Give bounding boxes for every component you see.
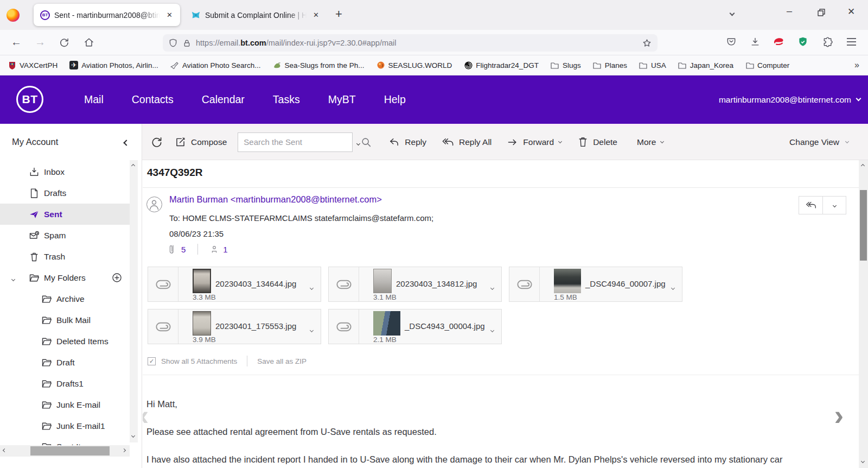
message-vertical-scrollbar[interactable] xyxy=(859,160,868,468)
search-input[interactable] xyxy=(238,137,352,147)
scroll-right-icon[interactable] xyxy=(122,448,126,452)
attachment-menu-icon[interactable] xyxy=(491,324,494,334)
scroll-up-icon[interactable] xyxy=(131,164,135,168)
scroll-up-icon[interactable] xyxy=(861,164,865,168)
scroll-left-icon[interactable] xyxy=(3,448,7,452)
back-icon[interactable]: ← xyxy=(11,36,22,48)
sidebar-folder-junk-email1[interactable]: Junk E-mail1 xyxy=(0,415,130,437)
search-box[interactable] xyxy=(238,132,353,152)
account-menu[interactable]: martinburman2008@btinternet.com xyxy=(719,75,860,124)
attachment-menu-icon[interactable] xyxy=(672,282,674,292)
email-from[interactable]: Martin Burman <martinburman2008@btintern… xyxy=(169,194,382,205)
attachment-count[interactable]: 5 xyxy=(181,245,186,254)
nav-mail[interactable]: Mail xyxy=(84,93,104,106)
show-all-label[interactable]: Show all 5 Attachments xyxy=(161,357,237,365)
show-all-checkbox[interactable]: ✓ xyxy=(148,357,156,365)
nav-calendar[interactable]: Calendar xyxy=(202,93,245,106)
sidebar-item-my-folders[interactable]: My Folders xyxy=(0,267,130,288)
close-button[interactable]: ✕ xyxy=(847,6,855,17)
change-view-button[interactable]: Change View xyxy=(789,137,848,147)
menu-hamburger-icon[interactable] xyxy=(846,37,857,46)
bookmark-vaxcertph[interactable]: VAXCertPH xyxy=(8,61,58,69)
sidebar-folder-junk-email[interactable]: Junk E-mail xyxy=(0,394,130,415)
tracking-shield-icon[interactable] xyxy=(168,38,178,48)
attachment-card[interactable]: 20230403_134812.jpg 3.1 MB xyxy=(328,267,502,302)
restore-button[interactable] xyxy=(818,9,825,16)
sidebar-folder-drafts1[interactable]: Drafts1 xyxy=(0,373,130,394)
nav-help[interactable]: Help xyxy=(384,93,406,106)
nav-tasks[interactable]: Tasks xyxy=(273,93,300,106)
more-button[interactable]: More xyxy=(637,137,663,147)
scrollbar-thumb[interactable] xyxy=(30,446,110,456)
list-all-tabs-icon[interactable] xyxy=(730,8,734,17)
attachment-card[interactable]: _DSC4943_00004.jpg 2.1 MB xyxy=(328,309,502,344)
vpn-extension-icon[interactable] xyxy=(773,36,784,48)
tab-complaint[interactable]: Submit a Complaint Online | His ✕ xyxy=(184,4,327,26)
url-bar[interactable]: https://email.bt.com/mail/index-rui.jsp?… xyxy=(163,34,658,52)
reload-icon[interactable] xyxy=(59,37,69,48)
sidebar-item-spam[interactable]: Spam xyxy=(0,225,130,246)
recipient-count[interactable]: 1 xyxy=(223,245,227,254)
attachment-menu-icon[interactable] xyxy=(491,282,494,292)
sidebar-vertical-scrollbar[interactable] xyxy=(130,160,138,442)
bookmark-folder-japan-korea[interactable]: Japan_Korea xyxy=(678,61,733,69)
previous-message-icon[interactable]: ‹ xyxy=(143,399,149,432)
add-folder-icon[interactable] xyxy=(112,273,122,283)
lock-icon[interactable] xyxy=(182,39,192,48)
bookmark-star-icon[interactable] xyxy=(642,38,652,48)
bookmark-sea-slugs[interactable]: Sea-Slugs from the Ph... xyxy=(272,61,364,69)
tab-bt-mail[interactable]: BT Sent - martinburman2008@btin ✕ xyxy=(34,4,180,26)
delete-button[interactable]: Delete xyxy=(578,136,617,148)
forward-icon[interactable]: → xyxy=(35,36,46,48)
search-submit-icon[interactable] xyxy=(360,136,372,148)
url-text[interactable]: https://email.bt.com/mail/index-rui.jsp?… xyxy=(196,39,637,47)
forward-dropdown-icon[interactable] xyxy=(558,139,562,143)
sidebar-item-inbox[interactable]: Inbox xyxy=(0,161,130,182)
nav-contacts[interactable]: Contacts xyxy=(132,93,174,106)
firefox-icon[interactable] xyxy=(7,9,20,22)
bookmark-folder-planes[interactable]: Planes xyxy=(593,61,627,69)
bookmark-aviation-photos[interactable]: ✈ Aviation Photos, Airlin... xyxy=(69,61,158,69)
sidebar-folder-deleted-items[interactable]: Deleted Items xyxy=(0,331,130,352)
bookmark-seaslug-world[interactable]: SEASLUG.WORLD xyxy=(376,61,452,69)
bookmark-folder-computer[interactable]: Computer xyxy=(745,61,789,69)
scrollbar-thumb[interactable] xyxy=(860,190,867,261)
nav-mybt[interactable]: MyBT xyxy=(328,93,356,106)
forward-button[interactable]: Forward xyxy=(507,137,561,148)
pocket-icon[interactable] xyxy=(726,36,737,47)
bookmark-folder-slugs[interactable]: Slugs xyxy=(551,61,581,69)
tab-close-icon[interactable]: ✕ xyxy=(311,10,321,20)
scroll-down-icon[interactable] xyxy=(861,459,865,463)
home-icon[interactable] xyxy=(84,37,94,48)
attachment-card[interactable]: 20230403_134644.jpg 3.3 MB xyxy=(148,267,321,302)
tab-close-icon[interactable]: ✕ xyxy=(164,10,175,20)
sidebar-folder-bulk-mail[interactable]: Bulk Mail xyxy=(0,309,130,331)
sidebar-horizontal-scrollbar[interactable] xyxy=(0,445,130,457)
collapse-sidebar-icon[interactable] xyxy=(124,137,129,147)
bookmark-aviation-photo-search[interactable]: Aviation Photo Search... xyxy=(170,61,261,69)
scroll-down-icon[interactable] xyxy=(131,434,135,438)
compose-button[interactable]: Compose xyxy=(175,136,227,148)
sidebar-folder-archive[interactable]: Archive xyxy=(0,288,130,309)
bookmark-folder-usa[interactable]: USA xyxy=(639,61,666,69)
sidebar-item-drafts[interactable]: Drafts xyxy=(0,182,130,204)
sidebar-folder-draft[interactable]: Draft xyxy=(0,352,130,373)
sidebar-item-trash[interactable]: Trash xyxy=(0,246,130,267)
minimize-button[interactable]: – xyxy=(787,5,792,17)
refresh-button[interactable] xyxy=(150,136,163,148)
bt-logo[interactable]: BT xyxy=(16,86,43,113)
antivirus-shield-icon[interactable] xyxy=(797,36,808,47)
message-actions-dropdown[interactable] xyxy=(822,197,846,214)
new-tab-button[interactable]: + xyxy=(335,7,342,21)
attachment-menu-icon[interactable] xyxy=(310,324,313,334)
bookmarks-overflow-icon[interactable]: » xyxy=(854,60,858,70)
attachment-menu-icon[interactable] xyxy=(310,282,313,292)
collapse-folders-icon[interactable] xyxy=(12,273,15,283)
extensions-puzzle-icon[interactable] xyxy=(822,36,833,47)
downloads-icon[interactable] xyxy=(750,36,761,47)
attachment-card[interactable]: 20230401_175553.jpg 3.9 MB xyxy=(148,309,321,344)
reply-button[interactable]: Reply xyxy=(388,137,426,148)
attachment-card[interactable]: _DSC4946_00007.jpg 1.5 MB xyxy=(509,267,682,302)
reply-all-quick-button[interactable] xyxy=(799,197,822,214)
sidebar-item-sent[interactable]: Sent xyxy=(0,204,130,225)
